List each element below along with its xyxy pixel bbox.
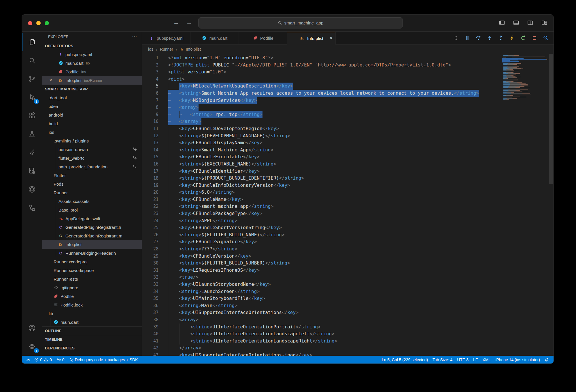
activity-explorer[interactable] [22,33,42,51]
tree-item[interactable]: CGeneratedPluginRegistrant.m [42,231,142,240]
code-line[interactable]: 6→ <string>Smart Machine App requires ac… [142,90,499,97]
code-line[interactable]: 36 <string>Main</string> [142,302,499,309]
toggle-panel-button[interactable] [513,20,520,27]
tree-item[interactable]: CRunner-Bridging-Header.h [42,249,142,257]
open-editor-item[interactable]: main.dartlib [42,59,142,67]
grabber-button[interactable] [452,35,459,41]
scrollbar-thumb[interactable] [549,54,553,184]
step-out-button[interactable] [497,35,504,41]
tree-item[interactable]: Runner [42,188,142,197]
code-line[interactable]: 43 <key>UISupportedInterfaceOrientations… [142,352,499,356]
code-line[interactable]: 37 <key>UISupportedInterfaceOrientations… [142,309,499,316]
status-remote[interactable]: >< [24,356,32,364]
stop-button[interactable] [531,35,538,41]
status-notifications[interactable] [542,356,551,364]
activity-source-control[interactable] [22,70,42,88]
code-line[interactable]: 29 <key>CFBundleVersion</key> [142,253,499,260]
tree-item[interactable]: RunnerTests [42,275,142,283]
tab-podfile[interactable]: Podfile [239,32,287,44]
tree-item[interactable]: Runner.xcodeproj [42,257,142,266]
code-line[interactable]: 35 <key>UIMainStoryboardFile</key> [142,295,499,302]
tree-item[interactable]: android [42,111,142,119]
tree-item[interactable]: main.dart [42,318,142,326]
toggle-sidebar-button[interactable] [498,20,505,27]
code-line[interactable]: 21 <key>CFBundleName</key> [142,196,499,203]
code-line[interactable]: 40 <string>UIInterfaceOrientationLandsca… [142,330,499,338]
code-line[interactable]: 31 <key>LSRequiresIPhoneOS</key> [142,267,499,274]
code-line[interactable]: 30 <string>$(FLUTTER_BUILD_NUMBER)</stri… [142,260,499,267]
code-line[interactable]: 7→ <key>NSBonjourServices</key> [142,97,499,104]
tree-item[interactable]: .gitignore [42,283,142,292]
activity-extensions[interactable] [22,106,42,125]
status-encoding[interactable]: UTF-8 [455,356,471,364]
code-line[interactable]: 34 <string>LaunchScreen</string> [142,288,499,295]
tree-item[interactable]: Podfile [42,292,142,300]
activity-settings[interactable]: 1 [22,337,42,356]
code-line[interactable]: 17 <key>CFBundleIdentifier</key> [142,168,499,175]
code-line[interactable]: 20 <string>6.0</string> [142,189,499,196]
minimap[interactable] [503,55,547,100]
code-line[interactable]: 9→ → <string>_rpc._tcp</string> [142,111,499,118]
code-line[interactable]: 8→ <array> [142,104,499,111]
code-line[interactable]: 16 <string>$(EXECUTABLE_NAME)</string> [142,161,499,168]
activity-github[interactable] [22,180,42,199]
tab-pubspec-yaml[interactable]: !pubspec.yaml [142,32,190,44]
code-line[interactable]: 12 <string>$(DEVELOPMENT_LANGUAGE)</stri… [142,132,499,140]
tab-info-plist[interactable]: Info.plist× [287,32,336,44]
zoom-window-button[interactable] [45,21,49,25]
tree-item[interactable]: flutter_webrtc [42,154,142,162]
code-line[interactable]: 4<dict> [142,76,499,83]
code-line[interactable]: 25 <key>CFBundleShortVersionString</key> [142,224,499,231]
code-line[interactable]: 39 <string>UIInterfaceOrientationPortrai… [142,324,499,331]
status-cursor-position[interactable]: Ln 5, Col 5 (229 selected) [379,356,430,364]
code-line[interactable]: 19 <key>CFBundleInfoDictionaryVersion</k… [142,182,499,189]
code-line[interactable]: 38 <array> [142,316,499,324]
tree-item[interactable]: build [42,119,142,128]
tree-item[interactable]: ios [42,128,142,136]
tree-item[interactable]: lib [42,309,142,318]
customize-layout-button[interactable] [541,20,548,27]
open-editor-item[interactable]: ×Info.plistios/Runner [42,76,142,85]
status-device[interactable]: iPhone 14 (ios simulator) [493,356,542,364]
code-line[interactable]: 2<!DOCTYPE plist PUBLIC "-//Apple//DTD P… [142,62,499,69]
close-window-button[interactable] [28,21,32,25]
tree-item[interactable]: .idea [42,102,142,111]
open-editor-item[interactable]: !pubspec.yaml [42,50,142,59]
code-line[interactable]: 10→ </array> [142,118,499,125]
code-line[interactable]: 11 <key>CFBundleDevelopmentRegion</key> [142,125,499,132]
code-line[interactable]: 22 <string>smart_machine_app</string> [142,203,499,210]
code-line[interactable]: 32 <true/> [142,274,499,281]
tree-item[interactable]: Base.lproj [42,205,142,214]
tree-item[interactable]: path_provider_foundation [42,162,142,171]
status-debug-config[interactable]: Debug my code + packages + SDK [67,356,140,364]
code-line[interactable]: 27 <key>CFBundleSignature</key> [142,238,499,246]
tree-item[interactable]: AppDelegate.swift [42,214,142,223]
tree-item[interactable]: Pods [42,180,142,188]
split-editor-button[interactable] [527,20,534,27]
breadcrumb-segment[interactable]: ios [148,47,153,52]
tree-item[interactable]: bonsoir_darwin [42,145,142,154]
breadcrumb-segment[interactable]: Runner [160,47,173,52]
activity-references[interactable] [22,199,42,217]
open-editor-item[interactable]: Podfileios [42,67,142,76]
tree-item[interactable]: .dart_tool [42,93,142,102]
code-line[interactable]: 3<plist version="1.0"> [142,68,499,76]
section-outline[interactable]: OUTLINE [42,326,142,335]
code-line[interactable]: 14 <string>Smart Machine App</string> [142,146,499,154]
code-editor[interactable]: 1<?xml version="1.0" encoding="UTF-8"?>2… [142,54,554,356]
code-line[interactable]: 13 <key>CFBundleDisplayName</key> [142,139,499,146]
code-line[interactable]: 1<?xml version="1.0" encoding="UTF-8"?> [142,54,499,62]
tree-item[interactable]: Flutter [42,171,142,180]
tree-item[interactable]: .symlinks / plugins [42,136,142,145]
activity-flutter[interactable] [22,143,42,162]
code-line[interactable]: 5 <key>NSLocalNetworkUsageDescription</k… [142,83,499,90]
tab-main-dart[interactable]: main.dart [190,32,239,44]
activity-search[interactable] [22,51,42,70]
code-line[interactable]: 23 <key>CFBundlePackageType</key> [142,210,499,217]
breadcrumb-file[interactable]: Info.plist [180,47,201,52]
hot-reload-button[interactable] [509,35,515,41]
section-open-editors[interactable]: OPEN EDITORS [42,41,142,50]
more-actions-icon[interactable]: ⋯ [132,34,137,40]
code-line[interactable]: 15 <key>CFBundleExecutable</key> [142,153,499,161]
section-dependencies[interactable]: DEPENDENCIES [42,344,142,352]
